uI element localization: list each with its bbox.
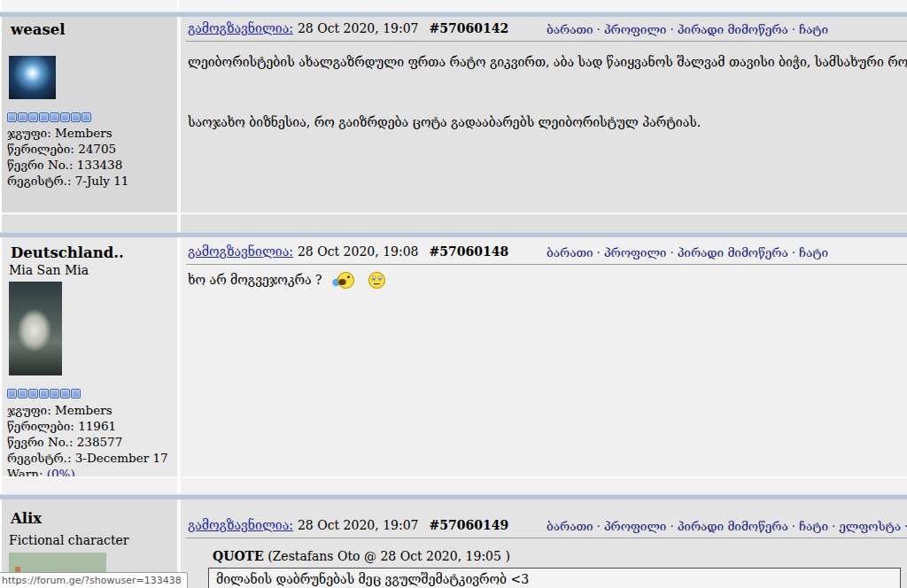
post-header-links: ბარათი·პროფილი·პირადი მიმოწერა·ჩატი·ელფო… bbox=[547, 519, 907, 533]
header-divider bbox=[186, 538, 907, 538]
quote-attribution: (Zestafans Oto @ 28 Oct 2020, 19:05 ) bbox=[267, 549, 510, 563]
member-rating-pip-icon bbox=[60, 389, 70, 398]
post-footer-row bbox=[2, 476, 907, 494]
card-link[interactable]: ბარათი bbox=[547, 22, 593, 36]
member-rating-pip-icon bbox=[71, 389, 81, 398]
post-message-line: ლეიბორისტების ახალგაზრდული ფრთა რატო გიკ… bbox=[188, 55, 907, 69]
member-rating-pip-icon bbox=[39, 112, 49, 122]
spit-laugh-smiley-icon bbox=[331, 271, 355, 290]
profile-link[interactable]: პროფილი bbox=[604, 245, 666, 259]
posted-on-link[interactable]: გამოგზავნილია: bbox=[188, 244, 293, 259]
post-row: weasel ჯგუფი: Members წერილები: 24705 წე… bbox=[2, 17, 907, 213]
user-member-number: წევრი No.: 238577 bbox=[7, 434, 168, 450]
post-content-cell: გამოგზავნილია:28 Oct 2020, 19:08#5706014… bbox=[179, 237, 907, 476]
post-date: 28 Oct 2020, 19:07 bbox=[298, 518, 419, 532]
user-info: ჯგუფი: Members წერილები: 24705 წევრი No.… bbox=[7, 125, 128, 189]
username[interactable]: weasel bbox=[11, 21, 65, 38]
email-link[interactable]: ელფოსტა bbox=[839, 519, 901, 533]
username[interactable]: Alix bbox=[11, 510, 42, 527]
member-rating-pip-icon bbox=[81, 112, 91, 122]
previous-row-remnant bbox=[2, 0, 907, 12]
quote-header: QUOTE (Zestafans Oto @ 28 Oct 2020, 19:0… bbox=[213, 549, 510, 563]
chat-link[interactable]: ჩატი bbox=[799, 245, 828, 259]
post-date: 28 Oct 2020, 19:08 bbox=[298, 244, 419, 259]
post-header-links: ბარათი·პროფილი·პირადი მიმოწერა·ჩატი bbox=[547, 245, 828, 259]
member-rating-pip-icon bbox=[7, 389, 17, 398]
post-row: Deutschland.. Mia San Mia ჯგუფი: Members… bbox=[2, 237, 907, 476]
chat-link[interactable]: ჩატი bbox=[799, 22, 828, 36]
quote-box: მილანის დაბრუნებას მეც ვგულშემატკივრობ <… bbox=[208, 568, 901, 588]
member-rating-pip-icon bbox=[39, 389, 49, 398]
user-info: ჯგუფი: Members წერილები: 11961 წევრი No.… bbox=[7, 402, 168, 482]
username[interactable]: Deutschland.. bbox=[11, 244, 124, 261]
card-link[interactable]: ბარათი bbox=[547, 245, 593, 259]
status-bar-url-tooltip: https://forum.ge/?showuser=133438 bbox=[0, 572, 188, 588]
post-header-links: ბარათი·პროფილი·პირადი მიმოწერა·ჩატი bbox=[547, 22, 828, 36]
member-rating bbox=[7, 112, 92, 123]
posted-on-link[interactable]: გამოგზავნილია: bbox=[188, 518, 293, 532]
member-rating bbox=[7, 389, 81, 399]
post-header: გამოგზავნილია:28 Oct 2020, 19:08#5706014… bbox=[188, 244, 508, 259]
post-header: გამოგზავნილია:28 Oct 2020, 19:07#5706014… bbox=[188, 518, 508, 532]
user-title: Mia San Mia bbox=[9, 263, 89, 277]
member-rating-pip-icon bbox=[7, 112, 17, 122]
post-user-cell: weasel ჯგუფი: Members წერილები: 24705 წე… bbox=[2, 17, 177, 213]
post-message-line: საოჯახო ბიზნესია, რო გაიზრდება ცოტა გადა… bbox=[188, 115, 907, 129]
chat-link[interactable]: ჩატი bbox=[799, 519, 828, 533]
member-rating-pip-icon bbox=[28, 112, 38, 122]
user-member-number: წევრი No.: 133438 bbox=[7, 157, 128, 173]
private-message-link[interactable]: პირადი მიმოწერა bbox=[678, 519, 788, 533]
card-link[interactable]: ბარათი bbox=[547, 519, 593, 533]
member-rating-pip-icon bbox=[18, 112, 27, 122]
user-title: Fictional character bbox=[9, 533, 129, 547]
header-divider bbox=[186, 41, 907, 42]
user-registered: რეგისტრ.: 7-July 11 bbox=[7, 173, 128, 189]
quote-body: მილანის დაბრუნებას მეც ვგულშემატკივრობ <… bbox=[216, 572, 529, 586]
user-avatar bbox=[9, 56, 56, 99]
user-post-count: წერილები: 11961 bbox=[7, 418, 168, 434]
member-rating-pip-icon bbox=[28, 389, 38, 398]
post-content-cell: გამოგზავნილია:28 Oct 2020, 19:07#5706014… bbox=[179, 17, 907, 213]
member-rating-pip-icon bbox=[50, 389, 59, 398]
post-number[interactable]: #57060148 bbox=[429, 244, 508, 259]
header-divider bbox=[186, 264, 907, 265]
member-rating-pip-icon bbox=[71, 112, 81, 122]
user-group: ჯგუფი: Members bbox=[7, 402, 168, 418]
member-rating-pip-icon bbox=[60, 112, 70, 122]
post-content-cell: გამოგზავნილია:28 Oct 2020, 19:07#5706014… bbox=[179, 499, 907, 588]
post-header: გამოგზავნილია:28 Oct 2020, 19:07#5706014… bbox=[188, 21, 508, 35]
mellow-smiley-icon bbox=[368, 271, 386, 290]
post-user-cell: Deutschland.. Mia San Mia ჯგუფი: Members… bbox=[2, 237, 177, 476]
post-footer-row bbox=[2, 213, 907, 232]
post-message-line: ხო არ მოგვეჯოკრა ? bbox=[188, 271, 907, 290]
private-message-link[interactable]: პირადი მიმოწერა bbox=[678, 245, 788, 259]
user-group: ჯგუფი: Members bbox=[7, 125, 128, 141]
profile-link[interactable]: პროფილი bbox=[604, 22, 666, 36]
posted-on-link[interactable]: გამოგზავნილია: bbox=[188, 21, 293, 35]
private-message-link[interactable]: პირადი მიმოწერა bbox=[678, 22, 788, 36]
member-rating-pip-icon bbox=[18, 389, 27, 398]
post-number[interactable]: #57060142 bbox=[429, 21, 508, 35]
forum-thread-page: weasel ჯგუფი: Members წერილები: 24705 წე… bbox=[0, 0, 907, 588]
user-avatar bbox=[9, 282, 62, 375]
post-date: 28 Oct 2020, 19:07 bbox=[298, 21, 419, 35]
user-registered: რეგისტრ.: 3-December 17 bbox=[7, 450, 168, 466]
member-rating-pip-icon bbox=[50, 112, 59, 122]
post-number[interactable]: #57060149 bbox=[429, 518, 508, 532]
user-post-count: წერილები: 24705 bbox=[7, 141, 128, 157]
profile-link[interactable]: პროფილი bbox=[604, 519, 666, 533]
